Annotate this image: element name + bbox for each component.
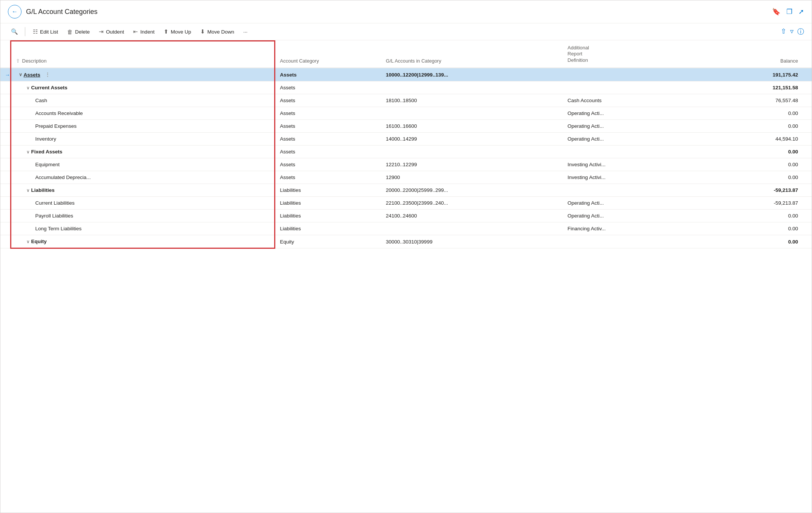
description-header-label: Description (22, 58, 47, 64)
back-button[interactable]: ← (8, 5, 21, 18)
title-bar: ← G/L Account Categories 🔖 ❐ ➚ (0, 0, 812, 23)
description-cell[interactable]: ∨Fixed Assets (11, 145, 275, 158)
account-category-cell: Liabilities (275, 184, 381, 197)
description-content: ∨Liabilities (16, 187, 270, 193)
description-cell[interactable]: Prepaid Expenses (11, 120, 275, 133)
description-cell[interactable]: Accounts Receivable (11, 107, 275, 120)
search-button[interactable]: 🔍 (8, 26, 21, 37)
description-label: Payroll Liabilities (35, 213, 74, 219)
additional-cell: Financing Activ... (563, 222, 695, 235)
balance-cell: 0.00 (695, 145, 803, 158)
description-cell[interactable]: Accumulated Deprecia... (11, 171, 275, 184)
sort-up-icon[interactable]: ⇧ (16, 58, 20, 64)
main-table: ⇧ Description Account Category G/L Accou… (0, 40, 812, 249)
balance-header-label: Balance (780, 58, 798, 64)
additional-header-text: AdditionalReportDefinition (568, 45, 691, 64)
description-content: ∨Assets⋮ (16, 72, 270, 78)
toolbar: 🔍 ☷ Edit List 🗑 Delete ⇥ Outdent ⇤ Inden… (0, 23, 812, 40)
table-row[interactable]: InventoryAssets14000..14299Operating Act… (0, 133, 812, 145)
chevron-icon[interactable]: ∨ (26, 149, 30, 155)
description-cell[interactable]: Current Liabilities (11, 197, 275, 210)
account-category-cell: Assets (275, 68, 381, 81)
description-label: Inventory (35, 136, 57, 142)
table-header: ⇧ Description Account Category G/L Accou… (0, 41, 812, 68)
table-row[interactable]: CashAssets18100..18500Cash Accounts76,55… (0, 94, 812, 107)
table-row[interactable]: ∨Current AssetsAssets121,151.58 (0, 81, 812, 94)
share-icon[interactable]: ❐ (786, 8, 792, 16)
row-indicator: → (0, 68, 11, 81)
additional-cell: Operating Acti... (563, 107, 695, 120)
additional-cell: Operating Acti... (563, 210, 695, 222)
balance-col-header: Balance (695, 41, 803, 68)
drag-handle-icon[interactable]: ⋮ (45, 72, 50, 78)
move-down-button[interactable]: ⬇ Move Down (196, 26, 238, 37)
delete-button[interactable]: 🗑 Delete (63, 27, 94, 37)
balance-cell: 0.00 (695, 222, 803, 235)
description-cell[interactable]: Payroll Liabilities (11, 210, 275, 222)
edit-list-button[interactable]: ☷ Edit List (29, 26, 62, 37)
chevron-icon[interactable]: ∨ (19, 72, 22, 77)
info-toolbar-icon[interactable]: ⓘ (797, 27, 804, 36)
expand-icon[interactable]: ➚ (798, 8, 804, 16)
row-spacer (803, 235, 812, 248)
row-spacer (803, 94, 812, 107)
main-window: ← G/L Account Categories 🔖 ❐ ➚ 🔍 ☷ Edit … (0, 0, 812, 513)
row-spacer (803, 158, 812, 171)
table-row[interactable]: Accounts ReceivableAssetsOperating Acti.… (0, 107, 812, 120)
table-row[interactable]: ∨LiabilitiesLiabilities20000..22000|2599… (0, 184, 812, 197)
outdent-icon: ⇥ (99, 28, 104, 35)
table-row[interactable]: →∨Assets⋮Assets10000..12200|12999..139..… (0, 68, 812, 81)
row-indicator (0, 81, 11, 94)
chevron-icon[interactable]: ∨ (26, 85, 30, 90)
filter-toolbar-icon[interactable]: ▿ (790, 27, 794, 36)
outdent-button[interactable]: ⇥ Outdent (95, 26, 128, 37)
description-label: Current Liabilities (35, 200, 75, 206)
outdent-label: Outdent (106, 29, 124, 35)
description-cell[interactable]: ∨Assets⋮ (11, 68, 275, 81)
description-cell[interactable]: ∨Current Assets (11, 81, 275, 94)
table-row[interactable]: Payroll LiabilitiesLiabilities24100..246… (0, 210, 812, 222)
description-cell[interactable]: Inventory (11, 133, 275, 145)
row-spacer (803, 184, 812, 197)
balance-cell: 0.00 (695, 158, 803, 171)
gl-accounts-cell (381, 145, 563, 158)
description-content: Cash (16, 98, 270, 103)
indent-button[interactable]: ⇤ Indent (129, 26, 158, 37)
chevron-icon[interactable]: ∨ (26, 188, 30, 193)
row-indicator (0, 197, 11, 210)
account-category-cell: Liabilities (275, 197, 381, 210)
table-row[interactable]: Prepaid ExpensesAssets16100..16600Operat… (0, 120, 812, 133)
table-row[interactable]: Accumulated Deprecia...Assets12900Invest… (0, 171, 812, 184)
chevron-icon[interactable]: ∨ (26, 239, 30, 244)
gl-accounts-cell: 10000..12200|12999..139... (381, 68, 563, 81)
table-row[interactable]: ∨Fixed AssetsAssets0.00 (0, 145, 812, 158)
account-category-cell: Assets (275, 133, 381, 145)
balance-cell: -59,213.87 (695, 197, 803, 210)
row-indicator (0, 94, 11, 107)
balance-cell: 44,594.10 (695, 133, 803, 145)
more-button[interactable]: ··· (239, 27, 251, 37)
table-row[interactable]: Current LiabilitiesLiabilities22100..235… (0, 197, 812, 210)
table-row[interactable]: ∨EquityEquity30000..30310|399990.00 (0, 235, 812, 248)
table-row[interactable]: Long Term LiabilitiesLiabilitiesFinancin… (0, 222, 812, 235)
gl-accounts-cell: 20000..22000|25999..299... (381, 184, 563, 197)
account-category-cell: Assets (275, 81, 381, 94)
table-row[interactable]: EquipmentAssets12210..12299Investing Act… (0, 158, 812, 171)
description-label: Long Term Liabilities (35, 226, 82, 231)
delete-icon: 🗑 (67, 29, 73, 35)
description-cell[interactable]: Equipment (11, 158, 275, 171)
description-content: Accumulated Deprecia... (16, 175, 270, 180)
description-cell[interactable]: Long Term Liabilities (11, 222, 275, 235)
description-cell[interactable]: ∨Liabilities (11, 184, 275, 197)
description-content: ∨Equity (16, 239, 270, 244)
row-indicator (0, 222, 11, 235)
move-up-button[interactable]: ⬆ Move Up (160, 26, 195, 37)
account-category-cell: Assets (275, 158, 381, 171)
additional-cell: Cash Accounts (563, 94, 695, 107)
bookmark-icon[interactable]: 🔖 (772, 8, 780, 16)
description-cell[interactable]: Cash (11, 94, 275, 107)
share-toolbar-icon[interactable]: ⇧ (781, 27, 786, 36)
additional-cell: Investing Activi... (563, 158, 695, 171)
description-cell[interactable]: ∨Equity (11, 235, 275, 248)
gl-accounts-cell: 30000..30310|39999 (381, 235, 563, 248)
